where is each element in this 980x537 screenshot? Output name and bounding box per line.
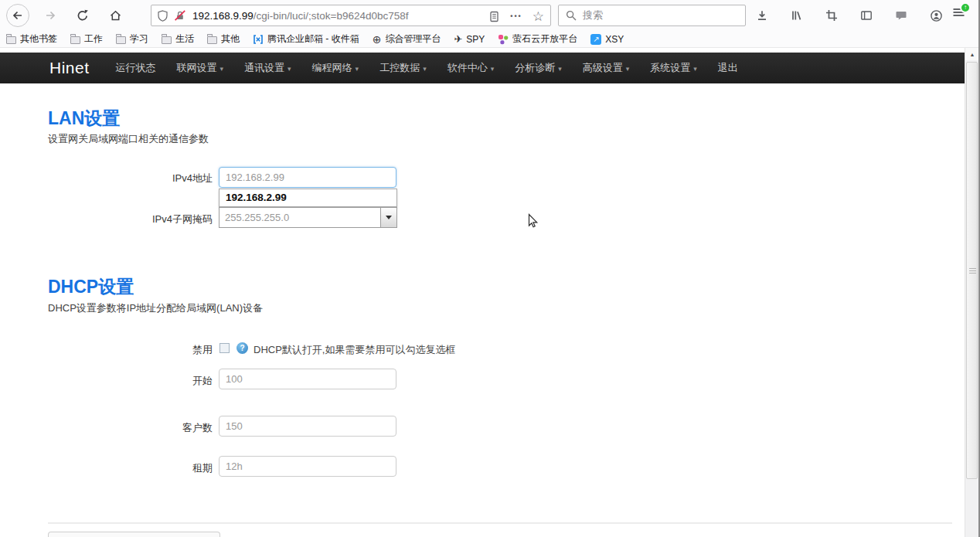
menu-button[interactable]: ↑	[952, 5, 972, 25]
folder-icon	[6, 36, 16, 44]
dhcp-disable-label: 禁用	[48, 343, 213, 357]
bookmark-spy[interactable]: ✈ SPY	[454, 34, 485, 45]
help-icon[interactable]: ?	[236, 342, 248, 354]
nav-item-industrial-data[interactable]: 工控数据▾	[379, 61, 427, 75]
update-badge-icon: ↑	[960, 2, 971, 13]
caret-down-icon: ▾	[356, 65, 359, 73]
tencent-mail-icon	[253, 34, 264, 45]
site-navbar: Hinet 运行状态 联网设置▾ 通讯设置▾ 编程网络▾ 工控数据▾ 软件中心▾…	[0, 53, 965, 83]
dhcp-lease-label: 租期	[48, 461, 213, 475]
reload-icon	[77, 9, 89, 22]
browser-toolbar: 192.168.9.99/cgi-bin/luci/;stok=b9624d0b…	[0, 0, 980, 31]
caret-down-icon: ▾	[558, 65, 562, 73]
lan-section-title: LAN设置	[48, 107, 120, 131]
back-arrow-icon	[12, 9, 24, 22]
search-icon	[566, 10, 577, 21]
url-bar[interactable]: 192.168.9.99/cgi-bin/luci/;stok=b9624d0b…	[151, 5, 551, 26]
folder-icon	[70, 36, 80, 44]
ipv4-netmask-label: IPv4子网掩码	[48, 212, 213, 226]
forward-arrow-icon	[44, 9, 56, 22]
lan-section-subtitle: 设置网关局域网端口相关的通信参数	[48, 132, 209, 146]
nav-item-network-setup[interactable]: 联网设置▾	[177, 61, 224, 75]
dhcp-clients-label: 客户数	[48, 421, 213, 435]
bookmark-star-icon[interactable]: ☆	[533, 10, 544, 23]
ezviz-dots-icon	[498, 34, 509, 45]
search-bar[interactable]: 搜索	[558, 5, 746, 26]
ipv4-address-label: IPv4地址	[48, 172, 213, 185]
ipv4-address-input[interactable]	[219, 167, 396, 188]
bookmark-folder-life[interactable]: 生活	[162, 32, 194, 46]
download-icon[interactable]	[756, 9, 768, 22]
insecure-lock-icon[interactable]	[175, 10, 185, 21]
caret-down-icon: ▾	[491, 65, 495, 73]
dhcp-disable-checkbox[interactable]	[219, 343, 230, 353]
account-icon[interactable]	[930, 9, 943, 22]
scrollbar-thumb[interactable]	[966, 62, 978, 479]
bookmark-folder-other-bookmarks[interactable]: 其他书签	[6, 32, 57, 46]
netmask-selected-value: 255.255.255.0	[219, 212, 380, 223]
dhcp-start-input[interactable]	[219, 369, 396, 389]
caret-down-icon: ▾	[423, 65, 427, 73]
dhcp-disable-hint: DHCP默认打开,如果需要禁用可以勾选复选框	[254, 343, 455, 357]
caret-down-icon: ▾	[693, 65, 697, 73]
caret-down-icon	[386, 216, 392, 219]
home-icon	[109, 9, 122, 22]
dhcp-section-title: DHCP设置	[48, 275, 134, 299]
shield-icon[interactable]	[158, 10, 168, 22]
ipv4-netmask-select[interactable]: 255.255.255.0	[219, 207, 397, 228]
folder-icon	[116, 36, 126, 44]
home-button[interactable]	[104, 4, 127, 27]
nav-item-comm-setup[interactable]: 通讯设置▾	[244, 61, 291, 75]
screenshot-crop-icon[interactable]	[825, 9, 838, 22]
nav-item-system[interactable]: 系统设置▾	[650, 61, 697, 75]
bookmark-folder-study[interactable]: 学习	[116, 32, 148, 46]
nav-item-prog-network[interactable]: 编程网络▾	[312, 61, 359, 75]
nav-item-software-center[interactable]: 软件中心▾	[447, 61, 495, 75]
caret-down-icon: ▾	[626, 65, 630, 73]
nav-item-status[interactable]: 运行状态	[116, 61, 156, 75]
dhcp-section-subtitle: DHCP设置参数将IP地址分配给局域网(LAN)设备	[48, 301, 263, 315]
url-text: 192.168.9.99/cgi-bin/luci/;stok=b9624d0b…	[192, 10, 409, 22]
ipv4-autocomplete-suggestion[interactable]: 192.168.2.99	[219, 189, 397, 207]
caret-down-icon: ▾	[220, 65, 224, 73]
back-button[interactable]	[6, 4, 29, 27]
nav-item-diagnostics[interactable]: 分析诊断▾	[515, 61, 562, 75]
page-actions-icon[interactable]: •••	[510, 12, 522, 20]
url-fade	[430, 6, 465, 26]
bookmark-folder-misc[interactable]: 其他	[207, 32, 240, 46]
dhcp-start-label: 开始	[48, 374, 213, 388]
caret-down-icon: ▾	[288, 65, 291, 73]
bookmark-folder-work[interactable]: 工作	[70, 32, 103, 46]
folder-icon	[162, 36, 172, 44]
nav-item-logout[interactable]: 退出	[718, 61, 738, 75]
bookmark-xsy[interactable]: ↗ XSY	[590, 34, 624, 45]
folder-icon	[207, 36, 217, 44]
bookmark-ezviz-platform[interactable]: 萤石云开放平台	[498, 32, 577, 46]
globe-icon: ⊕	[373, 34, 382, 45]
bookmarks-bar: 其他书签 工作 学习 生活 其他 腾讯企业邮箱 - 收件箱 ⊕ 综合管理平台	[0, 31, 980, 48]
select-dropdown-button[interactable]	[380, 208, 396, 227]
vertical-scrollbar[interactable]: ▲	[965, 48, 978, 537]
browser-window: 192.168.9.99/cgi-bin/luci/;stok=b9624d0b…	[0, 0, 980, 537]
library-icon[interactable]	[791, 9, 803, 22]
brand-logo[interactable]: Hinet	[49, 59, 90, 77]
section-divider	[48, 522, 952, 524]
reload-button[interactable]	[71, 4, 94, 27]
search-placeholder: 搜索	[583, 8, 603, 22]
dhcp-lease-input[interactable]	[219, 456, 396, 477]
scrollbar-grip	[969, 267, 976, 275]
bookmark-tencent-mail[interactable]: 腾讯企业邮箱 - 收件箱	[253, 32, 359, 46]
dhcp-clients-input[interactable]	[219, 416, 396, 437]
mouse-cursor	[526, 213, 539, 228]
nav-item-advanced[interactable]: 高级设置▾	[583, 61, 630, 75]
forward-button[interactable]	[39, 4, 62, 27]
scroll-up-button[interactable]: ▲	[965, 48, 979, 60]
sidebar-toggle-icon[interactable]	[860, 9, 873, 22]
reader-mode-icon[interactable]	[488, 11, 500, 22]
plane-icon: ✈	[454, 34, 462, 44]
partial-bottom-panel	[48, 532, 220, 537]
messages-icon[interactable]	[895, 9, 907, 22]
bookmark-management-platform[interactable]: ⊕ 综合管理平台	[373, 32, 441, 46]
xsy-arrow-icon: ↗	[590, 34, 601, 45]
